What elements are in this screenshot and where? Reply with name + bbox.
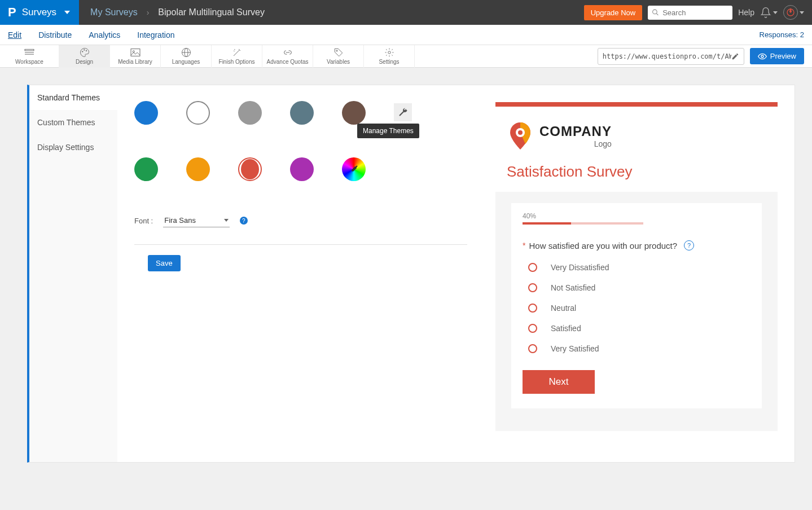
theme-swatch-red-selected[interactable] xyxy=(238,157,262,181)
theme-swatch-purple[interactable] xyxy=(290,157,314,181)
theme-swatch-green[interactable] xyxy=(134,157,158,181)
search-box xyxy=(648,6,732,20)
option-row[interactable]: Not Satisfied xyxy=(528,283,750,292)
option-row[interactable]: Very Dissatisfied xyxy=(528,263,750,272)
tool-variables[interactable]: Variables xyxy=(313,45,364,68)
tool-finish[interactable]: Finish Options xyxy=(212,45,262,68)
company-subtitle: Logo xyxy=(539,139,612,148)
upgrade-button[interactable]: Upgrade Now xyxy=(584,5,643,20)
caret-down-icon xyxy=(800,11,804,14)
logo-pin-icon xyxy=(507,120,534,152)
brand-title: Surveys xyxy=(22,7,56,18)
pencil-icon[interactable] xyxy=(731,52,739,60)
svg-rect-3 xyxy=(25,49,34,50)
font-label: Font : xyxy=(134,217,153,225)
wand-icon xyxy=(232,47,242,58)
tab-analytics[interactable]: Analytics xyxy=(89,30,120,39)
svg-point-16 xyxy=(388,51,390,54)
search-input[interactable] xyxy=(648,6,732,20)
theme-sidebar: Standard Themes Custom Themes Display Se… xyxy=(29,85,117,462)
preview-button-label: Preview xyxy=(770,52,796,60)
question-text: How satisfied are you with our product? xyxy=(529,241,677,250)
theme-swatch-slate[interactable] xyxy=(290,101,314,125)
tool-settings[interactable]: Settings xyxy=(364,45,415,68)
notifications-button[interactable] xyxy=(760,7,778,18)
survey-url-box xyxy=(598,48,744,65)
option-row[interactable]: Neutral xyxy=(528,304,750,313)
eye-icon xyxy=(758,53,767,60)
tool-languages[interactable]: Languages xyxy=(161,45,212,68)
tool-media-label: Media Library xyxy=(118,59,152,65)
topbar-right: Upgrade Now Help xyxy=(584,5,812,20)
swatch-row-2 xyxy=(134,157,467,181)
svg-line-1 xyxy=(656,14,658,15)
gear-icon xyxy=(384,47,394,58)
tool-variables-label: Variables xyxy=(327,59,350,65)
theme-swatch-brown[interactable] xyxy=(342,101,366,125)
svg-point-7 xyxy=(84,50,85,51)
tag-icon xyxy=(333,47,344,58)
tool-media[interactable]: Media Library xyxy=(110,45,161,68)
manage-themes-button[interactable] xyxy=(394,103,412,121)
tool-workspace[interactable]: Workspace xyxy=(0,45,59,68)
tool-settings-label: Settings xyxy=(379,59,399,65)
toolbar: Workspace Design Media Library Languages… xyxy=(0,45,812,68)
theme-swatch-orange[interactable] xyxy=(186,157,210,181)
tool-quotas[interactable]: Advance Quotas xyxy=(262,45,313,68)
theme-swatch-custom-color[interactable] xyxy=(342,157,366,181)
sidebar-item-custom[interactable]: Custom Themes xyxy=(29,110,117,135)
question-help-icon[interactable]: ? xyxy=(684,240,694,250)
breadcrumb-my-surveys[interactable]: My Surveys xyxy=(90,7,138,17)
sidebar-item-display[interactable]: Display Settings xyxy=(29,135,117,160)
tab-edit[interactable]: Edit xyxy=(8,30,21,39)
sidebar-item-standard[interactable]: Standard Themes xyxy=(29,85,117,110)
preview-button[interactable]: Preview xyxy=(750,48,804,64)
company-text: COMPANY Logo xyxy=(539,124,612,148)
option-row[interactable]: Very Satisfied xyxy=(528,344,750,353)
responses-count[interactable]: Responses: 2 xyxy=(760,30,805,39)
required-star-icon: * xyxy=(523,241,525,250)
image-icon xyxy=(130,47,141,58)
svg-point-17 xyxy=(761,55,763,58)
survey-title: Satisfaction Survey xyxy=(495,159,778,192)
theme-panel: Manage Themes Font : Fira Sans ? Sav xyxy=(117,85,490,462)
svg-point-0 xyxy=(653,10,657,14)
radio-icon xyxy=(528,283,537,292)
help-icon[interactable]: ? xyxy=(240,217,248,225)
brand-dropdown[interactable]: P Surveys xyxy=(0,0,79,25)
avatar-icon xyxy=(783,5,798,20)
svg-point-15 xyxy=(336,50,337,51)
tab-integration[interactable]: Integration xyxy=(137,30,174,39)
help-link[interactable]: Help xyxy=(738,8,754,17)
globe-icon xyxy=(181,47,191,58)
manage-themes-tooltip: Manage Themes xyxy=(357,124,419,138)
tool-design[interactable]: Design xyxy=(59,45,110,68)
svg-rect-9 xyxy=(131,49,140,56)
option-label: Satisfied xyxy=(551,324,581,333)
radio-icon xyxy=(528,324,537,333)
progress-fill xyxy=(523,222,571,225)
next-button[interactable]: Next xyxy=(523,370,595,394)
main-tabs: Edit Distribute Analytics Integration Re… xyxy=(0,25,812,45)
user-menu[interactable] xyxy=(783,5,804,20)
font-select[interactable]: Fira Sans xyxy=(163,214,230,227)
theme-swatch-blue[interactable] xyxy=(134,101,158,125)
tool-quotas-label: Advance Quotas xyxy=(267,59,309,65)
radio-icon xyxy=(528,344,537,353)
company-logo-block: COMPANY Logo xyxy=(495,107,778,159)
theme-swatch-white[interactable] xyxy=(186,101,210,125)
survey-url-input[interactable] xyxy=(603,52,731,60)
caret-down-icon xyxy=(64,11,70,14)
question-card: 40% * How satisfied are you with our pro… xyxy=(511,203,762,408)
option-label: Not Satisfied xyxy=(551,283,595,292)
tool-languages-label: Languages xyxy=(172,59,200,65)
theme-swatch-gray[interactable] xyxy=(238,101,262,125)
option-row[interactable]: Satisfied xyxy=(528,324,750,333)
option-label: Very Satisfied xyxy=(551,344,599,353)
content-wrap: Standard Themes Custom Themes Display Se… xyxy=(0,68,812,480)
tool-finish-label: Finish Options xyxy=(219,59,255,65)
save-button[interactable]: Save xyxy=(148,255,181,271)
tab-distribute[interactable]: Distribute xyxy=(38,30,72,39)
survey-preview-panel: COMPANY Logo Satisfaction Survey 40% * H… xyxy=(490,85,795,462)
svg-point-6 xyxy=(82,51,83,52)
